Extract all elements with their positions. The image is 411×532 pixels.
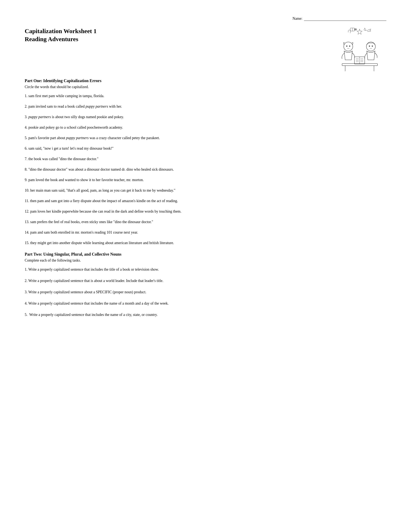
name-field-row: Name: bbox=[25, 17, 386, 21]
svg-point-8 bbox=[346, 46, 347, 47]
list-item: 9. pam loved the book and wanted to show… bbox=[25, 177, 386, 183]
part-one-heading: Part One: Identifying Capitalization Err… bbox=[25, 78, 386, 83]
svg-point-6 bbox=[355, 29, 356, 30]
list-item: 2. Write a properly capitalized sentence… bbox=[25, 278, 386, 284]
list-item: 8. "dino the dinosaur doctor" was about … bbox=[25, 167, 386, 172]
svg-marker-3 bbox=[364, 28, 366, 31]
svg-point-9 bbox=[349, 46, 350, 47]
list-item: 14. pam and sam both enrolled in mr. mor… bbox=[25, 230, 386, 235]
sentence-list: 1. sam first met pam while camping in ta… bbox=[25, 93, 386, 246]
list-item: 4. Write a properly capitalized sentence… bbox=[25, 301, 386, 306]
illustration bbox=[333, 27, 386, 72]
list-item: 15. they might get into another dispute … bbox=[25, 240, 386, 246]
list-item: 10. her main man sam said, "that's all g… bbox=[25, 188, 386, 193]
list-item: 3. puppy partners is about two silly dog… bbox=[25, 114, 386, 120]
list-item: 2. pam invited sam to read a book called… bbox=[25, 104, 386, 109]
part-two-heading: Part Two: Using Singular, Plural, and Co… bbox=[25, 252, 386, 257]
worksheet-title: Capitalization Worksheet 1 bbox=[25, 27, 325, 35]
worksheet-page: Name: Capitalization Worksheet 1 Reading… bbox=[0, 0, 411, 532]
list-item: 5. Write a properly capitalized sentence… bbox=[25, 312, 386, 318]
list-item: 7. the book was called "dino the dinosau… bbox=[25, 156, 386, 162]
header-section: Capitalization Worksheet 1 Reading Adven… bbox=[25, 27, 386, 72]
list-item: 6. sam said, "now i get a turn! let's re… bbox=[25, 146, 386, 151]
list-item: 12. pam loves her kindle paperwhite beca… bbox=[25, 209, 386, 214]
part-two-list: 1. Write a properly capitalized sentence… bbox=[25, 267, 386, 318]
part-two-instruction: Complete each of the following tasks. bbox=[25, 258, 386, 263]
name-underline[interactable] bbox=[304, 17, 386, 21]
part-one-section: Part One: Identifying Capitalization Err… bbox=[25, 78, 386, 246]
list-item: 1. Write a properly capitalized sentence… bbox=[25, 267, 386, 272]
worksheet-subtitle: Reading Adventures bbox=[25, 35, 325, 43]
part-two-section: Part Two: Using Singular, Plural, and Co… bbox=[25, 252, 386, 318]
list-item: 11. then pam and sam got into a fiery di… bbox=[25, 198, 386, 204]
list-item: 3. Write a properly capitalized sentence… bbox=[25, 289, 386, 295]
list-item: 5. pam's favorite part about puppy partn… bbox=[25, 135, 386, 141]
header-text: Capitalization Worksheet 1 Reading Adven… bbox=[25, 27, 325, 43]
svg-point-7 bbox=[344, 42, 353, 51]
svg-marker-0 bbox=[357, 29, 362, 34]
name-label: Name: bbox=[292, 17, 302, 21]
list-item: 4. pookie and pokey go to a school calle… bbox=[25, 125, 386, 130]
svg-point-12 bbox=[372, 46, 373, 47]
list-item: 13. sam prefers the feel of real books, … bbox=[25, 219, 386, 225]
list-item: 1. sam first met pam while camping in ta… bbox=[25, 93, 386, 99]
svg-point-11 bbox=[369, 46, 370, 47]
part-one-instruction: Circle the words that should be capitali… bbox=[25, 85, 386, 89]
